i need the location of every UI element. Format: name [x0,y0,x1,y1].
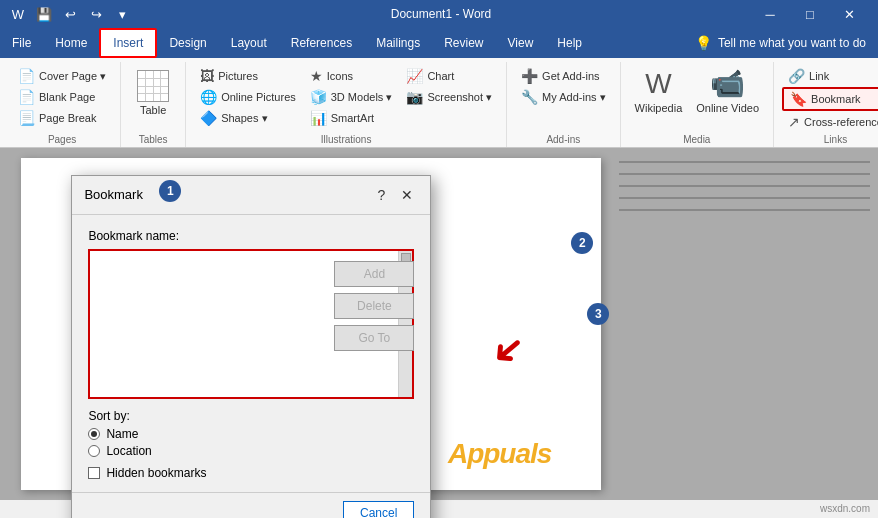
smartart-button[interactable]: 📊 SmartArt [304,108,399,128]
my-addins-icon: 🔧 [521,89,538,105]
minimize-button[interactable]: ─ [750,0,790,28]
shapes-button[interactable]: 🔷 Shapes ▾ [194,108,302,128]
sort-name-option[interactable]: Name [88,427,414,441]
addins-content: ➕ Get Add-ins 🔧 My Add-ins ▾ [515,66,611,132]
menu-design[interactable]: Design [157,28,218,58]
links-label: Links [782,132,878,145]
online-pictures-icon: 🌐 [200,89,217,105]
dialog-footer: Cancel [72,492,430,519]
window-controls: ─ □ ✕ [750,0,870,28]
menu-review[interactable]: Review [432,28,495,58]
ribbon-group-pages: 📄 Cover Page ▾ 📄 Blank Page 📃 Page Break… [4,62,121,147]
title-bar: W 💾 ↩ ↪ ▾ Document1 - Word ─ □ ✕ [0,0,878,28]
menu-references[interactable]: References [279,28,364,58]
redo-icon[interactable]: ↪ [86,4,106,24]
menu-layout[interactable]: Layout [219,28,279,58]
cross-reference-button[interactable]: ↗ Cross-reference [782,112,878,132]
screenshot-icon: 📷 [406,89,423,105]
bookmark-button[interactable]: 🔖 Bookmark [782,87,878,111]
tell-me[interactable]: 💡 Tell me what you want to do [683,28,878,58]
tables-label: Tables [129,132,177,145]
sort-name-radio[interactable] [88,428,100,440]
table-button[interactable]: Table [129,66,177,120]
window-title: Document1 - Word [391,7,491,21]
illus-col1: 🖼 Pictures 🌐 Online Pictures 🔷 Shapes ▾ [194,66,302,128]
bookmark-dialog[interactable]: Bookmark ? ✕ Bookmark name: [71,175,431,519]
links-content: 🔗 Link 🔖 Bookmark ↗ Cross-reference [782,66,878,132]
dialog-help-button[interactable]: ? [370,184,392,206]
my-addins-button[interactable]: 🔧 My Add-ins ▾ [515,87,611,107]
save-icon[interactable]: 💾 [34,4,54,24]
menu-insert[interactable]: Insert [99,28,157,58]
hidden-bookmarks-checkbox[interactable] [88,467,100,479]
screenshot-button[interactable]: 📷 Screenshot ▾ [400,87,498,107]
page-break-icon: 📃 [18,110,35,126]
wsxdn-watermark: wsxdn.com [820,503,870,514]
cover-page-icon: 📄 [18,68,35,84]
online-video-button[interactable]: 📹 Online Video [690,66,765,118]
shapes-icon: 🔷 [200,110,217,126]
chart-button[interactable]: 📈 Chart [400,66,498,86]
pictures-icon: 🖼 [200,68,214,84]
page-break-button[interactable]: 📃 Page Break [12,108,112,128]
menu-bar: File Home Insert Design Layout Reference… [0,28,878,58]
link-button[interactable]: 🔗 Link [782,66,878,86]
cover-page-button[interactable]: 📄 Cover Page ▾ [12,66,112,86]
media-label: Media [629,132,765,145]
ribbon-group-links: 🔗 Link 🔖 Bookmark ↗ Cross-reference Link… [774,62,878,147]
pictures-button[interactable]: 🖼 Pictures [194,66,302,86]
maximize-button[interactable]: □ [790,0,830,28]
close-button[interactable]: ✕ [830,0,870,28]
main-area: Bookmark ? ✕ Bookmark name: [0,148,878,500]
bookmark-icon: 🔖 [790,91,807,107]
cancel-button[interactable]: Cancel [343,501,414,519]
undo-icon[interactable]: ↩ [60,4,80,24]
get-addins-icon: ➕ [521,68,538,84]
illus-col2: ★ Icons 🧊 3D Models ▾ 📊 SmartArt [304,66,399,128]
online-pictures-button[interactable]: 🌐 Online Pictures [194,87,302,107]
watermark-ppuals: ppuals [467,438,551,469]
hidden-bookmarks-row[interactable]: Hidden bookmarks [88,466,414,480]
pages-label: Pages [12,132,112,145]
menu-view[interactable]: View [496,28,546,58]
menu-mailings[interactable]: Mailings [364,28,432,58]
illustrations-content: 🖼 Pictures 🌐 Online Pictures 🔷 Shapes ▾ … [194,66,498,132]
divider-4 [619,197,870,199]
divider-1 [619,161,870,163]
customize-icon[interactable]: ▾ [112,4,132,24]
addins-buttons: ➕ Get Add-ins 🔧 My Add-ins ▾ [515,66,611,107]
dialog-close-button[interactable]: ✕ [396,184,418,206]
hidden-bookmarks-label: Hidden bookmarks [106,466,206,480]
dialog-action-buttons: Add Delete Go To [334,261,414,351]
add-button[interactable]: Add [334,261,414,287]
get-addins-button[interactable]: ➕ Get Add-ins [515,66,611,86]
table-label: Table [140,104,166,116]
menu-help[interactable]: Help [545,28,594,58]
links-buttons: 🔗 Link 🔖 Bookmark ↗ Cross-reference [782,66,878,132]
watermark-a: A [448,438,467,469]
3d-models-button[interactable]: 🧊 3D Models ▾ [304,87,399,107]
menu-home[interactable]: Home [43,28,99,58]
dialog-body: Bookmark name: [72,215,430,492]
tables-content: Table [129,66,177,132]
delete-button[interactable]: Delete [334,293,414,319]
sort-location-label: Location [106,444,151,458]
word-icon: W [8,4,28,24]
smartart-icon: 📊 [310,110,327,126]
blank-page-icon: 📄 [18,89,35,105]
divider-2 [619,173,870,175]
ribbon-group-media: W Wikipedia 📹 Online Video Media [621,62,774,147]
dialog-titlebar-controls: ? ✕ [370,184,418,206]
menu-file[interactable]: File [0,28,43,58]
go-to-button[interactable]: Go To [334,325,414,351]
document-area: Bookmark ? ✕ Bookmark name: [11,148,611,500]
sort-location-radio[interactable] [88,445,100,457]
sort-location-option[interactable]: Location [88,444,414,458]
blank-page-button[interactable]: 📄 Blank Page [12,87,112,107]
icons-button[interactable]: ★ Icons [304,66,399,86]
tell-me-label: Tell me what you want to do [718,36,866,50]
sidebar-left [0,148,11,500]
divider-5 [619,209,870,211]
wikipedia-button[interactable]: W Wikipedia [629,66,689,118]
illus-col3: 📈 Chart 📷 Screenshot ▾ [400,66,498,107]
